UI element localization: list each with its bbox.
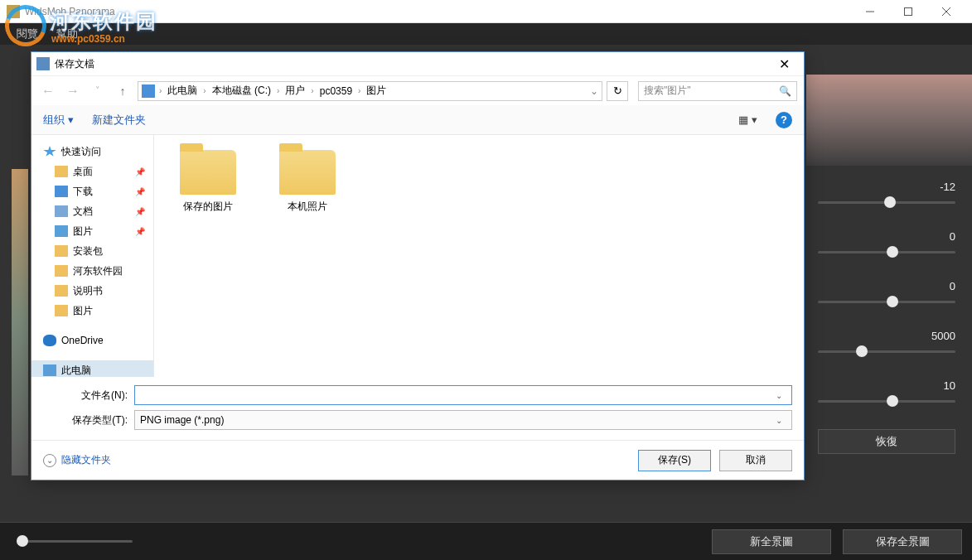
menu-help[interactable]: 幫助 [56, 27, 78, 41]
folder-item[interactable]: 保存的图片 [171, 150, 245, 214]
tree-folder[interactable]: 安装包 [31, 241, 153, 261]
desktop-icon [55, 166, 68, 177]
organize-button[interactable]: 组织 ▾ [43, 113, 74, 128]
menu-view[interactable]: 閱覽 [17, 27, 38, 41]
cloud-icon [43, 335, 56, 346]
breadcrumb-item[interactable]: 图片 [365, 84, 388, 98]
slider-value: 5000 [818, 330, 955, 342]
folder-icon [279, 150, 336, 195]
svg-rect-1 [905, 7, 912, 15]
tree-desktop[interactable]: 桌面📌 [31, 162, 153, 181]
search-placeholder: 搜索"图片" [644, 84, 691, 98]
app-titlebar: WidsMob Panorama [0, 0, 972, 23]
pictures-icon [55, 225, 68, 237]
zoom-slider[interactable] [17, 540, 133, 543]
breadcrumb[interactable]: › 此电脑 › 本地磁盘 (C:) › 用户 › pc0359 › 图片 ⌄ [138, 81, 602, 101]
tree-this-pc[interactable]: 此电脑 [31, 360, 153, 377]
cancel-button[interactable]: 取消 [719, 450, 792, 471]
minimize-button[interactable] [851, 0, 889, 23]
nav-forward-button[interactable]: → [63, 81, 83, 101]
download-icon [55, 186, 68, 197]
save-dialog: 保存文檔 ✕ ← → ˅ ↑ › 此电脑 › 本地磁盘 (C:) › 用户 › … [31, 51, 805, 480]
search-input[interactable]: 搜索"图片" 🔍 [638, 81, 797, 101]
chevron-down-icon[interactable]: ⌄ [771, 416, 786, 425]
view-options-button[interactable]: ▦ ▾ [738, 113, 757, 126]
chevron-right-icon: › [308, 86, 316, 95]
pin-icon: 📌 [135, 227, 145, 236]
folder-item[interactable]: 本机照片 [270, 150, 345, 214]
slider-4[interactable] [818, 350, 955, 353]
help-button[interactable]: ? [776, 112, 792, 128]
dialog-body: 快速访问 桌面📌 下载📌 文档📌 图片📌 安装包 河东软件园 说明书 图片 On… [31, 135, 804, 377]
dialog-footer: ⌄ 隐藏文件夹 保存(S) 取消 [31, 440, 804, 480]
folder-label: 本机照片 [288, 200, 327, 214]
tree-folder[interactable]: 河东软件园 [31, 261, 153, 281]
dialog-close-button[interactable]: ✕ [769, 53, 799, 75]
tree-quick-access[interactable]: 快速访问 [31, 142, 153, 162]
breadcrumb-item[interactable]: 此电脑 [166, 84, 199, 98]
folder-icon [55, 305, 68, 316]
adjustments-panel: -12 0 0 5000 10 恢復 [806, 169, 972, 466]
maximize-button[interactable] [889, 0, 927, 23]
breadcrumb-item[interactable]: pc0359 [318, 85, 354, 97]
search-icon: 🔍 [779, 85, 791, 97]
breadcrumb-item[interactable]: 用户 [283, 84, 307, 98]
filename-label: 文件名(N): [43, 389, 134, 403]
slider-value: 10 [818, 379, 955, 392]
slider-5[interactable] [818, 400, 955, 403]
app-icon [7, 5, 20, 18]
dialog-fields: 文件名(N): ⌄ 保存类型(T): PNG image (*.png)⌄ [31, 377, 804, 440]
nav-up-button[interactable]: ↑ [113, 81, 133, 101]
slider-value: -12 [818, 181, 955, 193]
preview-image [806, 75, 972, 166]
tree-folder[interactable]: 说明书 [31, 281, 153, 301]
dialog-icon [36, 57, 50, 70]
slider-row: 5000 [818, 330, 955, 353]
pc-icon [43, 364, 56, 376]
slider-1[interactable] [818, 201, 955, 204]
nav-back-button[interactable]: ← [38, 81, 58, 101]
breadcrumb-dropdown[interactable]: ⌄ [583, 85, 598, 97]
slider-2[interactable] [818, 251, 955, 253]
slider-row: -12 [818, 181, 955, 204]
dialog-title: 保存文檔 [55, 57, 94, 71]
dialog-titlebar: 保存文檔 ✕ [31, 52, 804, 75]
chevron-right-icon: › [201, 86, 208, 95]
folder-icon [55, 265, 68, 277]
app-title: WidsMob Panorama [25, 6, 115, 17]
preview-image-left [12, 169, 28, 476]
filetype-select[interactable]: PNG image (*.png)⌄ [134, 410, 792, 430]
file-area[interactable]: 保存的图片 本机照片 [154, 135, 804, 377]
tree-folder[interactable]: 图片 [31, 301, 153, 321]
star-icon [43, 146, 56, 157]
chevron-right-icon: › [274, 86, 282, 95]
restore-button[interactable]: 恢復 [818, 429, 955, 454]
new-panorama-button[interactable]: 新全景圖 [712, 529, 831, 554]
pc-icon [142, 84, 155, 98]
slider-value: 0 [818, 230, 955, 243]
app-menubar: 閱覽 幫助 [0, 23, 972, 45]
slider-row: 0 [818, 280, 955, 303]
refresh-button[interactable]: ↻ [607, 81, 628, 101]
save-button[interactable]: 保存(S) [638, 450, 711, 471]
dialog-toolbar: 组织 ▾ 新建文件夹 ▦ ▾ ? [31, 105, 804, 135]
breadcrumb-item[interactable]: 本地磁盘 (C:) [210, 84, 273, 98]
tree-pictures[interactable]: 图片📌 [31, 221, 153, 241]
nav-recent-button[interactable]: ˅ [88, 81, 108, 101]
filename-input[interactable]: ⌄ [134, 385, 792, 405]
save-panorama-button[interactable]: 保存全景圖 [843, 529, 962, 554]
close-button[interactable] [927, 0, 965, 23]
hide-folders-button[interactable]: ⌄ 隐藏文件夹 [43, 453, 111, 467]
app-footer: 新全景圖 保存全景圖 [0, 522, 972, 560]
folder-icon [55, 285, 68, 297]
chevron-down-icon[interactable]: ⌄ [771, 391, 786, 400]
slider-row: 0 [818, 230, 955, 253]
new-folder-button[interactable]: 新建文件夹 [92, 113, 146, 128]
slider-3[interactable] [818, 301, 955, 303]
tree-documents[interactable]: 文档📌 [31, 201, 153, 221]
slider-value: 0 [818, 280, 955, 292]
folder-label: 保存的图片 [183, 200, 233, 214]
tree-onedrive[interactable]: OneDrive [31, 331, 153, 350]
tree-downloads[interactable]: 下载📌 [31, 181, 153, 201]
folder-icon [180, 150, 236, 195]
